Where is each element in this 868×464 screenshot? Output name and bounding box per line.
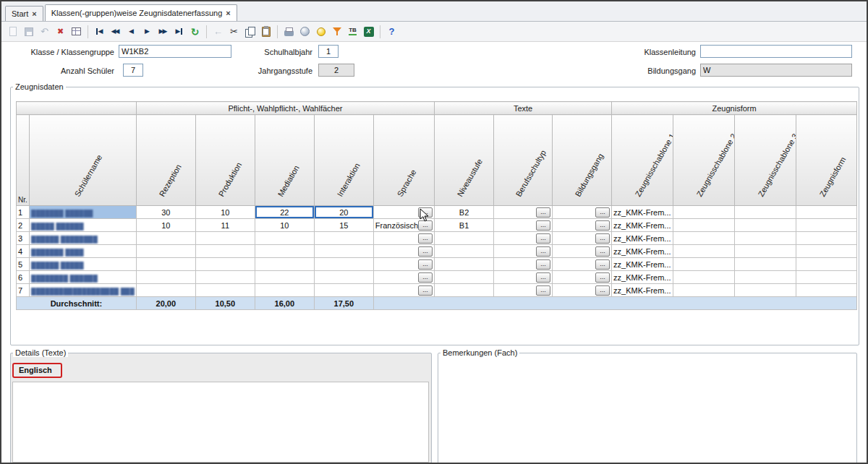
interaktion-cell[interactable]: 15 [314, 219, 373, 232]
bildungsgang-ellipsis-button[interactable]: ... [595, 259, 610, 270]
zeugnisschablone1-cell[interactable]: zz_KMK-Frem... [612, 206, 673, 219]
student-name-cell[interactable]: ██████ ████████ [30, 232, 137, 245]
bemerkungen-textarea[interactable] [440, 366, 854, 463]
zeugnisschablone2-cell[interactable] [673, 284, 735, 297]
berufsschultyp-cell[interactable]: ... [494, 219, 553, 232]
bildungsgang-ellipsis-button[interactable]: ... [595, 207, 610, 218]
tab-zeugnisdatenerfassung[interactable]: Klassen(-gruppen)weise Zeugnisdatenerfas… [45, 4, 237, 21]
berufsschultyp-cell[interactable]: ... [494, 271, 553, 284]
delete-button[interactable]: ✖ [53, 24, 68, 39]
berufsschultyp-cell[interactable]: ... [494, 284, 553, 297]
niveaustufe-cell[interactable] [435, 245, 494, 258]
produktion-cell[interactable] [195, 232, 255, 245]
rezeption-cell[interactable] [136, 245, 195, 258]
nav-forward-button[interactable]: ▶ [140, 24, 155, 39]
klasse-input[interactable] [119, 45, 231, 58]
cut-button[interactable]: ✂ [226, 24, 242, 39]
zeugnisschablone1-cell[interactable]: zz_KMK-Frem... [612, 284, 673, 297]
student-name-cell[interactable]: █████ ██████ [30, 219, 137, 232]
bildungsgang-ellipsis-button[interactable]: ... [595, 220, 610, 231]
excel-export-button[interactable]: X [361, 24, 376, 39]
zeugnisschablone2-cell[interactable] [673, 232, 735, 245]
bildungsgang-ellipsis-button[interactable]: ... [595, 285, 610, 296]
zeugnisschablone3-cell[interactable] [735, 232, 796, 245]
sprache-ellipsis-button[interactable]: ... [418, 220, 433, 231]
berufsschultyp-ellipsis-button[interactable]: ... [536, 233, 550, 244]
sprache-ellipsis-button[interactable]: ... [418, 233, 433, 244]
niveaustufe-cell[interactable]: B2 [435, 206, 494, 219]
bildungsgang-ellipsis-button[interactable]: ... [595, 272, 610, 283]
zeugnisform-cell[interactable] [796, 271, 857, 284]
berufsschultyp-ellipsis-button[interactable]: ... [536, 207, 550, 218]
rezeption-cell[interactable]: 10 [136, 219, 195, 232]
nav-fast-forward-button[interactable]: ▶▶ [156, 24, 171, 39]
print-button[interactable] [281, 24, 297, 39]
bildungsgang-cell[interactable]: ... [553, 258, 612, 271]
zeugnisschablone3-cell[interactable] [735, 258, 796, 271]
nav-last-button[interactable]: ▶ [171, 24, 187, 39]
mediation-cell[interactable] [255, 284, 314, 297]
zeugnisschablone1-cell[interactable]: zz_KMK-Frem... [612, 232, 673, 245]
tab-close-icon[interactable]: × [226, 9, 230, 17]
sprache-cell[interactable]: Englisch... [373, 206, 434, 219]
mediation-cell[interactable] [255, 245, 314, 258]
zeugnisschablone3-cell[interactable] [735, 271, 796, 284]
berufsschultyp-cell[interactable]: ... [494, 232, 553, 245]
copy-button[interactable] [242, 24, 258, 39]
paste-button[interactable] [258, 24, 273, 39]
interaktion-cell[interactable] [314, 284, 373, 297]
sphere-button[interactable] [297, 24, 312, 39]
zeugnisschablone1-cell[interactable]: zz_KMK-Frem... [612, 271, 673, 284]
zeugnisform-cell[interactable] [796, 206, 857, 219]
zeugnisform-cell[interactable] [796, 232, 857, 245]
sprache-ellipsis-button[interactable]: ... [418, 272, 433, 283]
nav-back-button[interactable]: ◀ [124, 24, 139, 39]
zeugnisschablone1-cell[interactable]: zz_KMK-Frem... [612, 219, 673, 232]
zeugnisform-cell[interactable] [796, 284, 857, 297]
interaktion-cell[interactable]: 20 [314, 206, 373, 219]
klassenleitung-input[interactable] [700, 45, 852, 58]
sprache-cell[interactable]: ... [373, 232, 434, 245]
niveaustufe-cell[interactable] [435, 258, 494, 271]
zeugnisschablone3-cell[interactable] [735, 206, 796, 219]
interaktion-cell[interactable] [314, 271, 373, 284]
zeugnisschablone2-cell[interactable] [673, 245, 735, 258]
zeugnisschablone2-cell[interactable] [673, 271, 735, 284]
rezeption-cell[interactable] [136, 232, 195, 245]
sprache-ellipsis-button[interactable]: ... [418, 285, 433, 296]
berufsschultyp-ellipsis-button[interactable]: ... [536, 285, 550, 296]
sprache-ellipsis-button[interactable]: ... [418, 246, 433, 257]
produktion-cell[interactable] [195, 271, 255, 284]
mediation-cell[interactable]: 22 [255, 206, 314, 219]
mediation-cell[interactable] [255, 271, 314, 284]
sprache-cell[interactable]: ... [373, 258, 434, 271]
bildungsgang-cell[interactable]: ... [553, 284, 612, 297]
anzahl-schueler-input[interactable] [123, 64, 143, 77]
zeugnisform-cell[interactable] [796, 258, 857, 271]
sprache-ellipsis-button[interactable]: ... [418, 259, 433, 270]
bildungsgang-cell[interactable]: ... [553, 219, 612, 232]
berufsschultyp-ellipsis-button[interactable]: ... [536, 259, 550, 270]
bildungsgang-ellipsis-button[interactable]: ... [595, 246, 610, 257]
mediation-cell[interactable] [255, 232, 314, 245]
produktion-cell[interactable] [195, 284, 255, 297]
save-button[interactable] [21, 24, 36, 39]
sprache-cell[interactable]: ... [373, 284, 434, 297]
student-name-cell[interactable]: ██████ █████ [30, 258, 137, 271]
filter-button[interactable] [329, 24, 344, 39]
zeugnisform-cell[interactable] [796, 219, 857, 232]
student-name-cell[interactable]: ███████ ████ [30, 245, 137, 258]
produktion-cell[interactable]: 10 [195, 206, 255, 219]
mediation-cell[interactable] [255, 258, 314, 271]
zeugnisschablone2-cell[interactable] [673, 219, 735, 232]
niveaustufe-cell[interactable]: B1 [435, 219, 494, 232]
tb-report-button[interactable]: TB [345, 24, 360, 39]
sprache-ellipsis-button[interactable]: ... [418, 207, 433, 218]
berufsschultyp-cell[interactable]: ... [494, 206, 553, 219]
sprache-cell[interactable]: ... [373, 271, 434, 284]
bildungsgang-cell[interactable]: ... [553, 271, 612, 284]
berufsschultyp-cell[interactable]: ... [494, 245, 553, 258]
undo-button[interactable]: ↶ [37, 24, 52, 39]
tab-close-icon[interactable]: × [32, 9, 36, 18]
zeugnisschablone1-cell[interactable]: zz_KMK-Frem... [612, 258, 673, 271]
